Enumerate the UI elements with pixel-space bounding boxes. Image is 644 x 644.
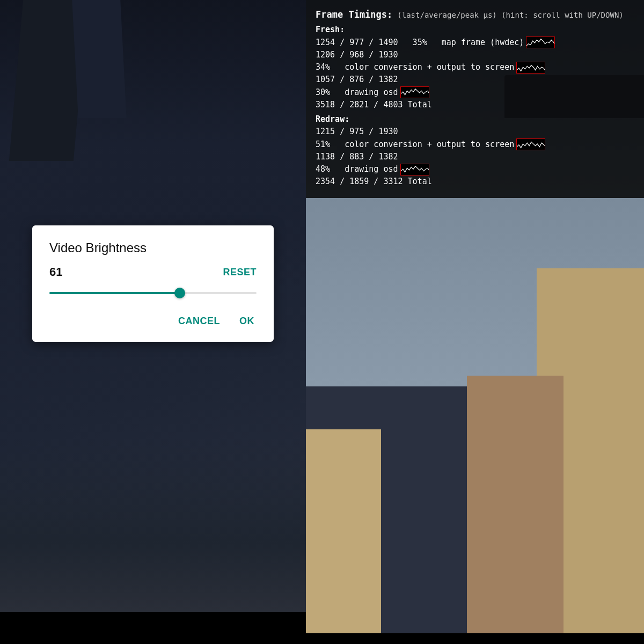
osd-line-3: 34% color conversion + output to screen (316, 61, 634, 74)
osd-title-line: Frame Timings: (last/average/peak μs) (h… (316, 8, 634, 21)
osd-rtext-4: 48% drawing osd (316, 163, 398, 175)
mini-chart-1 (526, 36, 555, 48)
osd-redraw-label: Redraw: (316, 113, 634, 126)
osd-subtitle: (last/average/peak μs) (hint: scroll wit… (397, 11, 623, 19)
osd-line-6: 3518 / 2821 / 4803 Total (316, 99, 634, 111)
ground-buildings (0, 440, 306, 612)
brightness-dialog: Video Brightness 61 RESET CANCEL OK (32, 225, 274, 342)
osd-text-2: 1206 / 968 / 1930 (316, 49, 398, 61)
brightness-value: 61 (49, 265, 62, 279)
bottom-bar-left (0, 612, 306, 644)
reset-button[interactable]: RESET (223, 267, 257, 278)
osd-rline-2: 51% color conversion + output to screen (316, 138, 634, 151)
right-building-3 (306, 429, 381, 644)
osd-line-5: 30% drawing osd (316, 86, 634, 99)
dialog-actions: CANCEL OK (49, 311, 257, 331)
mini-chart-4 (516, 138, 545, 150)
building-shape-2 (72, 0, 127, 118)
osd-rtext-1: 1215 / 975 / 1930 (316, 126, 398, 138)
osd-text-3: 34% color conversion + output to screen (316, 61, 514, 74)
osd-rline-1: 1215 / 975 / 1930 (316, 126, 634, 138)
osd-line-2: 1206 / 968 / 1930 (316, 49, 634, 61)
bottom-bar-right (306, 633, 644, 644)
slider-fill (49, 292, 180, 294)
osd-text-4: 1057 / 876 / 1382 (316, 74, 398, 86)
ok-button[interactable]: OK (237, 311, 257, 331)
right-panel: Frame Timings: (last/average/peak μs) (h… (306, 0, 644, 644)
value-row: 61 RESET (49, 265, 257, 279)
osd-rtext-3: 1138 / 883 / 1382 (316, 151, 398, 163)
slider-container[interactable] (49, 287, 257, 299)
left-panel: Video Brightness 61 RESET CANCEL OK (0, 0, 306, 644)
osd-overlay: Frame Timings: (last/average/peak μs) (h… (306, 0, 644, 198)
dialog-title: Video Brightness (49, 240, 257, 255)
osd-rtext-5: 2354 / 1859 / 3312 Total (316, 175, 432, 188)
osd-rtext-2: 51% color conversion + output to screen (316, 138, 514, 151)
osd-rline-5: 2354 / 1859 / 3312 Total (316, 175, 634, 188)
slider-track (49, 292, 257, 294)
osd-line-4: 1057 / 876 / 1382 (316, 74, 634, 86)
osd-text-6: 3518 / 2821 / 4803 Total (316, 99, 432, 111)
mini-chart-3 (400, 86, 429, 98)
right-building-2 (467, 376, 564, 644)
cancel-button[interactable]: CANCEL (176, 311, 222, 331)
osd-title: Frame Timings: (316, 9, 392, 20)
mini-chart-2 (516, 62, 545, 74)
osd-text-5: 30% drawing osd (316, 86, 398, 99)
osd-fresh-label: Fresh: (316, 24, 634, 36)
osd-text-1: 1254 / 977 / 1490 35% map frame (hwdec) (316, 36, 524, 49)
osd-rline-3: 1138 / 883 / 1382 (316, 151, 634, 163)
slider-thumb[interactable] (174, 288, 185, 298)
osd-rline-4: 48% drawing osd (316, 163, 634, 175)
mini-chart-5 (400, 164, 429, 175)
osd-line-1: 1254 / 977 / 1490 35% map frame (hwdec) (316, 36, 634, 49)
